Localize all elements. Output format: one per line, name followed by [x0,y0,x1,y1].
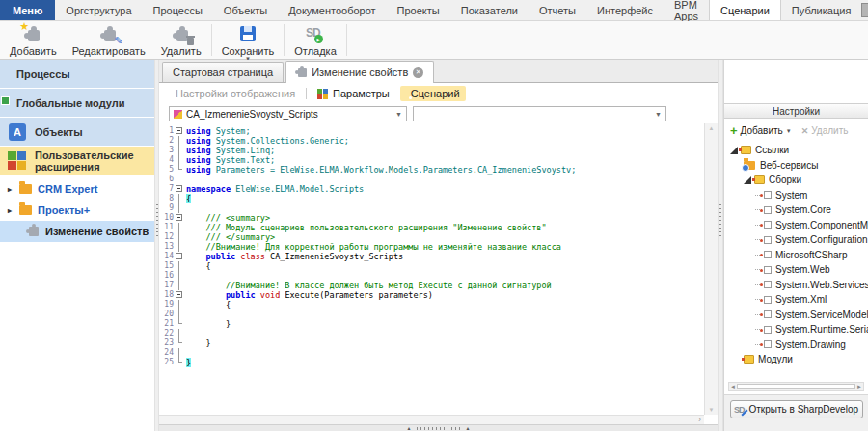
code-line[interactable]: 14 public class CA_IzmenenieSvoystv_Scri… [159,252,704,261]
sidebar-tree-item-crm-expert[interactable]: ▸CRM Expert [0,178,154,200]
sidebar-item-процессы[interactable]: Процессы [0,60,154,89]
reference-item-microsoftcsharp[interactable]: MicrosoftCSharp [724,248,868,263]
fold-collapse-icon[interactable] [176,291,182,298]
fold-collapse-icon[interactable] [176,214,182,221]
menu-button[interactable]: Меню [0,0,55,20]
close-icon[interactable]: ✕ [413,67,423,78]
tab-настройки-отображения[interactable]: Настройки отображения [165,86,301,101]
code-line[interactable]: 13 //Внимание! Для корректной работы про… [159,242,704,252]
menubar-item-оргструктура[interactable]: Оргструктура [55,0,142,20]
editor-horizontal-scrollbar[interactable]: › [159,415,704,424]
code-line[interactable]: 17 //Внимание! В классе должен быть мето… [159,281,704,290]
menubar-item-интерфейс[interactable]: Интерфейс [586,0,664,20]
scroll-right-icon[interactable]: › [698,416,701,424]
splitter-left-grip[interactable] [156,204,158,237]
code-line[interactable]: 15 { [159,261,704,271]
class-dropdown[interactable]: CA_IzmenenieSvoystv_Scripts ▼ [169,106,407,121]
sidebar-item-объекты[interactable]: AОбъекты [0,118,154,147]
sidebar-item-глобальные-модули[interactable]: Глобальные модули [0,89,154,118]
code-line[interactable]: 10 /// <summary> [159,213,704,223]
delete-reference-button[interactable]: ✕ Удалить [801,125,849,136]
sidebar-item-пользовательские-расширения[interactable]: Пользовательские расширения [0,147,154,175]
code-line[interactable]: 2using System.Collections.Generic; [159,136,704,146]
sidebar-tree-item-проекты+[interactable]: ▸Проекты+ [0,200,154,221]
fold-collapse-icon[interactable] [176,127,182,134]
отладка-button[interactable]: SD▶Отладка [286,21,343,59]
reference-item-system-core[interactable]: System.Core [724,202,868,218]
редактировать-button[interactable]: ✎Редактировать [65,21,153,59]
code-line[interactable]: 6 [159,175,704,184]
reference-item-system-web-services[interactable]: System.Web.Services [724,278,868,293]
bottom-splitter-grip[interactable] [417,427,461,430]
code-line[interactable]: 19 { [159,300,704,310]
reference-item-system-servicemodel[interactable]: System.ServiceModel [724,308,868,323]
scroll-left-icon[interactable]: ◄ [730,384,736,390]
menubar-item-объекты[interactable]: Объекты [213,0,278,20]
menubar-item-публикация[interactable]: Публикация [781,0,861,20]
reference-item-ссылки[interactable]: Ссылки [724,143,868,158]
sidebar-tree-item-изменение-свойств[interactable]: Изменение свойств [0,221,154,242]
fold-margin[interactable] [174,252,183,261]
expand-icon[interactable]: ▸ [8,185,19,194]
reference-item-сборки[interactable]: Сборки [724,173,868,188]
expand-icon[interactable] [730,147,738,154]
code-line[interactable]: 11 /// Модуль сценариев пользовательског… [159,223,704,232]
fold-margin[interactable] [174,126,183,136]
bottom-panel-splitter[interactable]: ▲ ▲ [159,424,718,431]
menubar-item-документооборот[interactable]: Документооборот [278,0,386,20]
fold-margin[interactable] [174,290,183,300]
max-toggle-knob[interactable] [862,4,868,16]
tab-сценарий[interactable]: Сценарий [400,86,466,101]
code-line[interactable]: 24 [159,348,704,358]
fold-collapse-icon[interactable] [176,185,182,192]
chevron-down-icon[interactable]: ▼ [655,111,662,118]
menubar-item-проекты[interactable]: Проекты [387,0,450,20]
code-line[interactable]: 25} [159,358,704,367]
reference-item-system-drawing[interactable]: System.Drawing [724,337,868,353]
reference-item-веб-сервисы[interactable]: Веб-сервисы [724,158,868,174]
open-sharpdevelop-button[interactable]: SD Открыть в SharpDevelop [730,400,863,418]
tab-параметры[interactable]: Параметры [312,86,395,101]
code-line[interactable]: 4using System.Text; [159,155,704,165]
code-line[interactable]: 12 /// </summary> [159,232,704,242]
fold-margin[interactable] [174,184,183,194]
reference-item-system-componentmodel-d[interactable]: System.ComponentModel.D [724,218,868,233]
code-line[interactable]: 23 } [159,338,704,348]
сохранить-button[interactable]: Сохранить▼ [214,21,283,59]
code-line[interactable]: 22 [159,329,704,338]
menubar-item-показатели[interactable]: Показатели [450,0,529,20]
code-line[interactable]: 5using Parameters = EleWise.ELMA.Workflo… [159,165,704,175]
menubar-item-bpm-apps[interactable]: BPM Apps [664,0,709,20]
fold-margin[interactable] [174,213,183,223]
scroll-right-icon[interactable]: ► [856,384,862,390]
reference-item-system-runtime-serialization[interactable]: System.Runtime.Serialization [724,322,868,337]
doc-tab-стартовая-страница[interactable]: Стартовая страница [162,62,284,82]
reference-item-модули[interactable]: Модули [724,352,868,367]
menubar-item-сценарии[interactable]: Сценарии [709,0,781,20]
reference-item-system-configuration[interactable]: System.Configuration [724,232,868,248]
code-line[interactable]: 1using System; [159,126,704,136]
scroll-down-icon[interactable]: ▼ [709,407,715,413]
code-line[interactable]: 20 [159,310,704,319]
reference-item-system[interactable]: System [724,188,868,203]
удалить-button[interactable]: Удалить [153,21,209,59]
add-reference-button[interactable]: + Добавить ▼ [730,125,792,136]
tree-horizontal-scrollbar[interactable]: ◄ ► [728,382,864,391]
code-line[interactable]: 8{ [159,194,704,203]
code-line[interactable]: 21 } [159,319,704,329]
code-line[interactable]: 3using System.Linq; [159,146,704,155]
member-dropdown[interactable]: ▼ [413,106,666,121]
scrollbar-thumb[interactable] [737,384,855,389]
splitter-collapse-icon[interactable]: ▲ [466,426,471,431]
code-editor[interactable]: 1using System;2using System.Collections.… [159,123,704,415]
menubar-item-процессы[interactable]: Процессы [143,0,213,20]
expand-icon[interactable]: ▸ [8,206,19,215]
menubar-item-отчеты[interactable]: Отчеты [529,0,586,20]
chevron-down-icon[interactable]: ▼ [395,111,402,118]
expand-icon[interactable] [744,176,751,184]
code-line[interactable]: 7namespace EleWise.ELMA.Model.Scripts [159,184,704,194]
doc-tab-изменение-свойств[interactable]: Изменение свойств✕ [285,61,434,83]
добавить-button[interactable]: ★Добавить [2,21,65,59]
scroll-up-icon[interactable]: ▲ [709,125,715,131]
fold-collapse-icon[interactable] [176,253,182,259]
